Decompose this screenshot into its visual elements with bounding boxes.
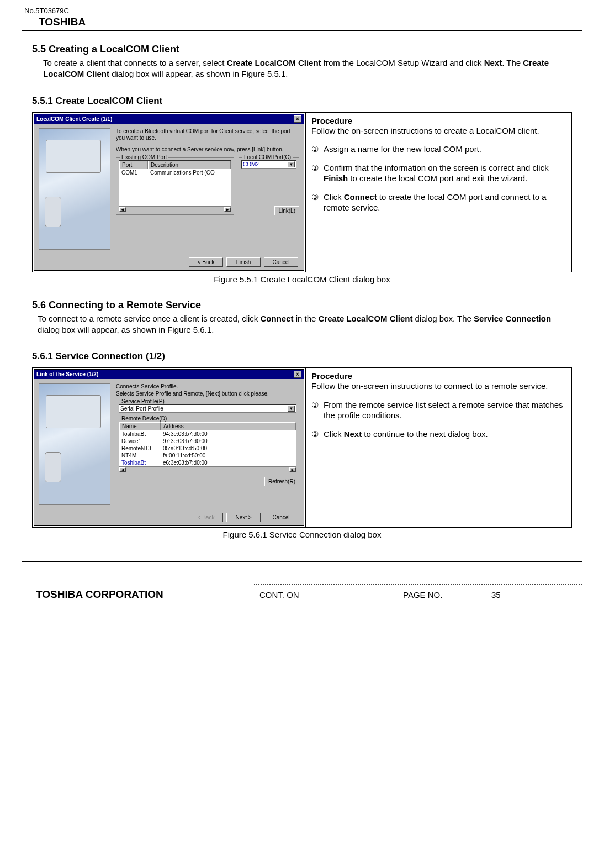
cell-name: Device1: [119, 438, 161, 445]
laptop-icon: [46, 395, 101, 428]
dialog-button-row: < Back Next > Cancel: [34, 509, 304, 525]
section-5-6-1-heading: 5.6.1 Service Connection (1/2): [32, 351, 572, 362]
procedure-intro: Follow the on-screen instructions to con…: [311, 381, 566, 392]
text-bold: Connect: [261, 314, 294, 323]
step-text: Click Next to continue to the next dialo…: [324, 429, 566, 440]
text: Click: [324, 192, 344, 202]
group-label: Service Profile(P): [120, 398, 166, 404]
text-bold: Service Connection: [474, 314, 551, 323]
existing-com-port-list[interactable]: Port Description COM1 Communications Por…: [119, 160, 231, 207]
wizard-graphic: [39, 383, 110, 505]
procedure-title: Procedure: [311, 371, 566, 381]
table-row[interactable]: ToshibaBte6:3e:03:b7:d0:00: [119, 459, 296, 466]
text-bold: Create LocalCOM Client: [227, 58, 321, 67]
figure-5-6-1-screenshot: Link of the Service (1/2) × Connects Ser…: [33, 368, 306, 527]
service-profile-select[interactable]: Serial Port Profile ▼: [119, 404, 296, 413]
text-bold: Next: [484, 58, 502, 67]
step-marker: ②: [311, 429, 324, 440]
scroll-left-icon[interactable]: ◄: [119, 207, 126, 212]
local-com-port-select[interactable]: COM2 ▼: [241, 160, 296, 169]
next-button[interactable]: Next >: [226, 513, 261, 522]
horizontal-scrollbar[interactable]: ◄►: [119, 467, 296, 472]
text: dialog box. The: [412, 314, 474, 323]
step-marker: ③: [311, 192, 324, 213]
scroll-left-icon[interactable]: ◄: [119, 467, 126, 472]
dialog-title-text: LocalCOM Client Create (1/1): [36, 116, 112, 122]
select-value: COM2: [243, 161, 259, 167]
footer-cont-on: CONT. ON: [259, 590, 403, 599]
remote-device-group: Remote Device(D) Name Address ToshibaBt9…: [116, 419, 299, 475]
text: in the: [294, 314, 319, 323]
step-marker: ②: [311, 162, 324, 184]
finish-button[interactable]: Finish: [226, 257, 261, 267]
cancel-button[interactable]: Cancel: [264, 513, 298, 522]
text: dialog box will appear, as shown in Figu…: [38, 325, 214, 334]
table-row[interactable]: NT4Mfa:00:11:cd:50:00: [119, 452, 296, 459]
step-text: Assign a name for the new local COM port…: [324, 144, 566, 155]
cell-address: 94:3e:03:b7:d0:00: [161, 430, 296, 438]
cell-name: RemoteNT3: [119, 445, 161, 452]
group-label: Local COM Port(C): [242, 154, 293, 160]
text: . The: [502, 58, 523, 67]
text: To connect to a remote service once a cl…: [38, 314, 261, 323]
text: dialog box will appear, as shown in Figu…: [109, 69, 288, 78]
text-bold: Connect: [344, 192, 377, 202]
localcom-create-dialog: LocalCOM Client Create (1/1) × To create…: [34, 114, 304, 271]
col-description[interactable]: Description: [148, 161, 231, 169]
cell-desc: Communications Port (CO: [148, 169, 231, 176]
procedure-title: Procedure: [311, 116, 566, 125]
figure-5-5-1-block: LocalCOM Client Create (1/1) × To create…: [32, 112, 572, 272]
dialog-instruction-2: Selects Service Profile and Remote, [Nex…: [116, 391, 299, 398]
existing-com-port-group: Existing COM Port Port Description COM1 …: [116, 157, 234, 215]
link-button[interactable]: Link(L): [274, 206, 299, 215]
select-value: Serial Port Profile: [120, 406, 163, 412]
wizard-graphic: [39, 128, 110, 250]
col-port[interactable]: Port: [119, 161, 148, 169]
procedure-step-3: ③ Click Connect to create the local COM …: [311, 192, 566, 213]
text-bold: Next: [344, 429, 362, 439]
dialog-titlebar[interactable]: LocalCOM Client Create (1/1) ×: [34, 114, 304, 124]
cancel-button[interactable]: Cancel: [264, 257, 298, 267]
cell-address: 05:a0:13:cd:50:00: [161, 445, 296, 452]
chevron-down-icon[interactable]: ▼: [288, 161, 295, 167]
remote-device-list[interactable]: Name Address ToshibaBt94:3e:03:b7:d0:00D…: [119, 422, 296, 467]
section-5-6-heading: 5.6 Connecting to a Remote Service: [32, 299, 572, 311]
phone-icon: [45, 197, 61, 227]
dialog-titlebar[interactable]: Link of the Service (1/2) ×: [34, 370, 304, 379]
close-icon[interactable]: ×: [294, 115, 301, 123]
section-5-5-heading: 5.5 Creating a LocalCOM Client: [32, 44, 572, 55]
text: Click: [324, 429, 344, 439]
horizontal-scrollbar[interactable]: ◄►: [119, 207, 231, 212]
procedure-step-2: ② Confirm that the information on the sc…: [311, 162, 566, 184]
scroll-right-icon[interactable]: ►: [289, 467, 296, 472]
doc-number: No.5T03679C: [22, 7, 582, 15]
section-5-5-intro: To create a client that connects to a se…: [32, 57, 572, 80]
close-icon[interactable]: ×: [294, 371, 301, 378]
text: To create a client that connects to a se…: [43, 58, 227, 67]
table-row[interactable]: RemoteNT305:a0:13:cd:50:00: [119, 445, 296, 452]
footer-page-label: PAGE NO.: [403, 590, 491, 599]
cell-name: ToshibaBt: [119, 430, 161, 438]
figure-5-6-1-procedure: Procedure Follow the on-screen instructi…: [306, 368, 571, 527]
refresh-button[interactable]: Refresh(R): [264, 477, 299, 486]
procedure-intro: Follow the on-screen instructions to cre…: [311, 125, 566, 136]
step-text: From the remote service list select a re…: [324, 399, 566, 421]
table-row[interactable]: ToshibaBt94:3e:03:b7:d0:00: [119, 430, 296, 438]
table-row[interactable]: Device197:3e:03:b7:d0:00: [119, 438, 296, 445]
cell-address: e6:3e:03:b7:d0:00: [161, 459, 296, 466]
back-button[interactable]: < Back: [189, 257, 223, 267]
table-row[interactable]: COM1 Communications Port (CO: [119, 169, 231, 176]
group-label: Existing COM Port: [120, 154, 168, 160]
cell-name: NT4M: [119, 452, 161, 459]
section-5-5-1-heading: 5.5.1 Create LocalCOM Client: [32, 96, 572, 107]
section-5-6-intro: To connect to a remote service once a cl…: [32, 313, 572, 336]
procedure-step-1: ① Assign a name for the new local COM po…: [311, 144, 566, 155]
dialog-instruction-1: Connects Service Profile.: [116, 383, 299, 391]
col-name[interactable]: Name: [119, 422, 161, 430]
step-marker: ①: [311, 399, 324, 421]
phone-icon: [45, 452, 61, 482]
chevron-down-icon[interactable]: ▼: [288, 406, 295, 412]
scroll-right-icon[interactable]: ►: [224, 207, 231, 212]
col-address[interactable]: Address: [161, 422, 296, 430]
page-footer: TOSHIBA CORPORATION CONT. ON PAGE NO. 35: [22, 561, 582, 601]
